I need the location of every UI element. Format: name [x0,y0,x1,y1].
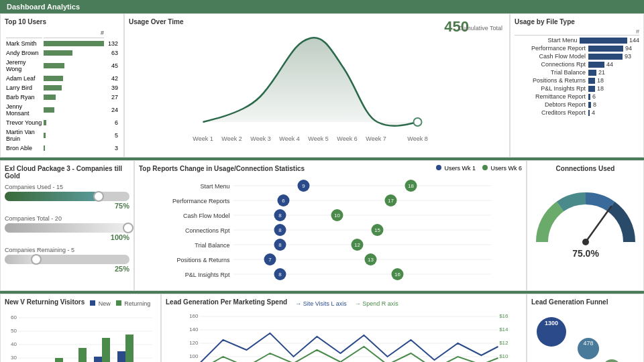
svg-text:40: 40 [11,341,17,347]
scatter-chart: Start Menu Performance Reports Cash Flow… [139,174,522,281]
table-row: Barb Ryan 27 [6,93,118,101]
list-item: P&L Insights Rpt 18 [515,85,639,92]
visitors-panel: New V Returning Visitors New Returning 6… [0,294,161,362]
svg-text:$10: $10 [499,353,508,359]
table-row: Adam Leaf 42 [6,74,118,82]
usage-time-panel: Usage Over Time 450 Cumulative Total Wee… [124,13,510,158]
svg-text:140: 140 [189,326,199,333]
file-bar [588,70,596,76]
companies-used-label: Companies Used - 15 [5,184,129,190]
companies-remaining-track[interactable] [5,255,129,264]
user-bar-cell [44,40,104,48]
users-col-name [6,29,42,38]
companies-total-thumb [123,223,133,233]
companies-used-section: Companies Used - 15 75% [5,184,129,210]
svg-text:8: 8 [278,272,282,278]
svg-text:$12: $12 [499,340,508,346]
svg-text:Positions & Returns: Positions & Returns [176,257,230,263]
companies-total-pct: 100% [5,233,129,241]
svg-text:Cash Flow Model: Cash Flow Model [183,213,230,219]
user-bar-cell [44,144,104,152]
file-name: Performance Report [515,45,588,52]
svg-text:Week 6: Week 6 [337,135,357,142]
svg-text:Week 4: Week 4 [279,135,299,142]
users-table: # Mark Smith 132 Andy Brown 63 Jeremy Wo… [5,28,119,154]
svg-text:18: 18 [408,183,414,189]
companies-used-track[interactable] [5,192,129,201]
user-value: 132 [105,40,118,48]
user-bar-cell [44,128,104,143]
list-item: Creditors Report 4 [515,109,639,116]
user-name: Larry Bird [6,84,42,92]
scatter-legend: Users Wk 1 Users Wk 6 [436,165,522,172]
file-name: Remittance Report [515,93,588,100]
file-bar [588,110,590,116]
file-value: 93 [625,53,631,60]
file-name: Debtors Report [515,101,588,108]
gauge-title: Connections Used [556,165,615,172]
svg-text:8: 8 [278,227,282,233]
svg-text:Week 7: Week 7 [366,135,386,142]
svg-rect-73 [94,357,102,362]
user-name: Andy Brown [6,49,42,57]
user-name: Trevor Young [6,119,42,127]
companies-total-label: Companies Total - 20 [5,215,129,222]
companies-remaining-label: Companies Remaining - 5 [5,247,129,253]
svg-text:75.0%: 75.0% [572,248,599,259]
legend-wk1: Users Wk 1 [436,165,476,172]
svg-text:Week 1: Week 1 [193,135,213,142]
list-item: Performance Report 94 [515,45,639,52]
lead-gen-panel: Lead Generation Per Marketing Spend → Si… [161,294,527,362]
header-title: Dashboard Analytics [7,3,80,11]
file-name: Cash Flow Model [515,53,588,60]
file-bar [588,94,590,100]
companies-used-fill [5,192,99,201]
svg-point-53 [582,239,589,245]
svg-text:478: 478 [583,340,593,347]
svg-text:100: 100 [189,353,199,359]
top-row: Top 10 Users # Mark Smith 132 Andy Brown [0,13,644,158]
user-bar-cell [44,58,104,73]
svg-text:16: 16 [394,272,400,278]
middle-row: Exl Cloud Package 3 - Companies till Gol… [0,160,644,291]
svg-text:Trial Balance: Trial Balance [195,242,229,249]
user-name: Adam Leaf [6,74,42,82]
svg-text:6: 6 [282,198,285,204]
file-value: 4 [592,109,595,116]
list-item: Remittance Report 6 [515,93,639,100]
companies-remaining-section: Companies Remaining - 5 25% [5,247,129,273]
svg-text:12: 12 [354,242,360,248]
table-row: Jeremy Wong 45 [6,58,118,73]
companies-used-thumb [93,191,104,202]
table-row: Mark Smith 132 [6,40,118,48]
list-item: Start Menu 144 [515,37,639,44]
svg-text:Week 3: Week 3 [250,135,270,142]
svg-text:160: 160 [189,313,199,319]
list-item: Positions & Returns 18 [515,77,639,84]
companies-remaining-thumb [31,254,42,265]
user-value: 24 [105,103,118,117]
svg-text:1300: 1300 [545,320,558,326]
svg-text:P&L Insights Rpt: P&L Insights Rpt [185,272,230,278]
user-bar-cell [44,119,104,127]
user-name: Martin Van Bruin [6,128,42,143]
svg-text:50: 50 [11,328,17,334]
svg-text:30: 30 [11,355,17,361]
companies-total-section: Companies Total - 20 100% [5,215,129,241]
svg-text:Week 2: Week 2 [221,135,241,142]
file-type-panel: Usage by File Type # Start Menu 144 Perf… [510,13,644,158]
funnel-title: Lead Generation Funnel [531,298,639,306]
user-bar-cell [44,93,104,101]
table-row: Larry Bird 39 [6,84,118,92]
companies-total-track[interactable] [5,223,129,233]
svg-rect-72 [78,348,87,362]
file-type-bars: # Start Menu 144 Performance Report 94 C… [515,28,639,116]
user-name: Mark Smith [6,40,42,48]
table-row: Jenny Monsant 24 [6,103,118,117]
file-bar [588,62,604,68]
svg-rect-74 [102,338,110,362]
file-value: 18 [597,85,604,92]
lead-gen-legend-spend: → Spend R axis [355,300,398,307]
file-value: 8 [593,101,596,108]
table-row: Bron Able 3 [6,144,118,152]
